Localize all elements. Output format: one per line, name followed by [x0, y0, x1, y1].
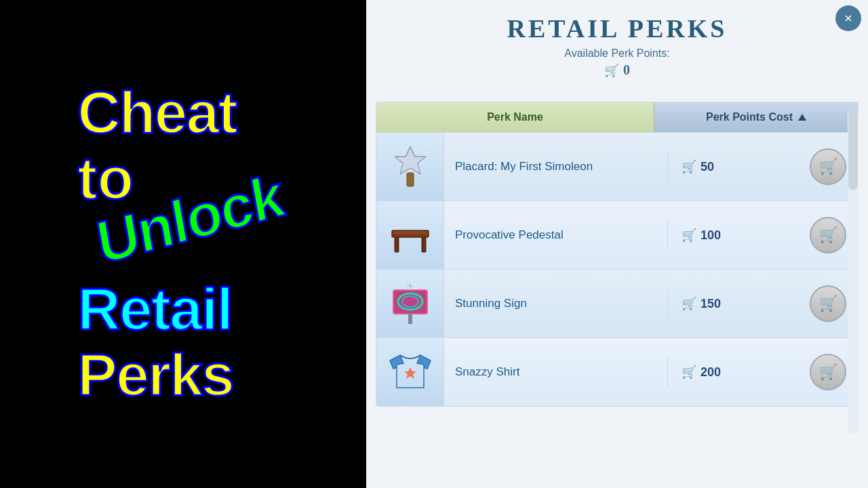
scroll-track	[848, 108, 859, 434]
sort-arrow-icon	[798, 114, 806, 121]
buy-button-3[interactable]: 🛒	[810, 285, 846, 322]
panel-title: Retail Perks	[366, 14, 868, 43]
table-row: Provocative Pedestal 🛒 100 🛒	[376, 201, 858, 269]
buy-cart-icon-2: 🛒	[819, 226, 837, 244]
cart-icon-2: 🛒	[682, 228, 696, 243]
svg-text:✦: ✦	[393, 147, 399, 155]
close-button[interactable]: ×	[835, 5, 861, 31]
perk-name-4: Snazzy Shirt	[444, 357, 668, 387]
perk-name-3: Stunning Sign	[444, 289, 668, 319]
buy-button-2[interactable]: 🛒	[810, 217, 846, 253]
cart-icon-3: 🛒	[682, 296, 696, 311]
svg-rect-13	[408, 314, 412, 324]
cart-icon-header: 🛒	[604, 63, 619, 78]
cart-icon-4: 🛒	[682, 365, 696, 380]
perk-icon-cell-1: ✦ ✦ ✦	[376, 133, 444, 201]
scroll-thumb[interactable]	[848, 108, 858, 190]
perk-cost-1: 🛒 50	[668, 159, 804, 174]
svg-text:✦: ✦	[422, 146, 427, 152]
perk-icon-3	[387, 280, 434, 327]
right-panel: × Retail Perks Available Perk Points: 🛒 …	[366, 0, 868, 488]
buy-button-4[interactable]: 🛒	[810, 354, 846, 390]
text-block: Cheat to Unlock Retail Perks	[64, 66, 302, 422]
col-name-header[interactable]: Perk Name	[376, 102, 654, 132]
svg-line-15	[407, 285, 414, 287]
svg-rect-9	[393, 231, 427, 234]
perk-cost-3: 🛒 150	[668, 296, 804, 311]
left-panel: Cheat to Unlock Retail Perks	[0, 0, 366, 488]
perk-name-1: Placard: My First Simoleon	[444, 152, 668, 182]
perk-points-row: 🛒 0	[366, 62, 868, 78]
close-icon: ×	[844, 11, 853, 26]
cheat-text: Cheat	[77, 80, 288, 146]
available-label: Available Perk Points:	[366, 47, 868, 60]
panel-header: Retail Perks Available Perk Points: 🛒 0	[366, 0, 868, 81]
perk-icon-4	[387, 348, 434, 396]
table-row: Snazzy Shirt 🛒 200 🛒	[376, 338, 858, 406]
perk-cost-2: 🛒 100	[668, 228, 804, 243]
perk-name-2: Provocative Pedestal	[444, 220, 668, 250]
perk-cost-4: 🛒 200	[668, 365, 804, 380]
buy-button-1[interactable]: 🛒	[810, 148, 846, 185]
svg-text:✦: ✦	[392, 163, 396, 168]
table-row: Stunning Sign 🛒 150 🛒	[376, 269, 858, 338]
buy-cart-icon-4: 🛒	[819, 363, 837, 381]
svg-rect-8	[422, 237, 426, 252]
perk-icon-cell-2	[376, 201, 444, 269]
perk-points-value: 0	[623, 62, 630, 78]
perks-table: Perk Name Perk Points Cost ✦	[376, 102, 859, 407]
buy-cart-icon-3: 🛒	[819, 295, 837, 312]
buy-cart-icon-1: 🛒	[819, 158, 837, 176]
cart-icon-1: 🛒	[682, 159, 696, 174]
col-cost-header[interactable]: Perk Points Cost	[654, 102, 858, 132]
perks-text: Perks	[77, 342, 288, 408]
table-body: ✦ ✦ ✦ Placard: My First Simoleon 🛒 50 🛒	[376, 132, 858, 406]
svg-rect-7	[395, 237, 399, 252]
col-cost-label: Perk Points Cost	[706, 111, 793, 123]
perk-icon-cell-4	[376, 338, 444, 406]
table-header: Perk Name Perk Points Cost	[376, 102, 858, 132]
perk-icon-1: ✦ ✦ ✦	[387, 143, 434, 190]
table-row: ✦ ✦ ✦ Placard: My First Simoleon 🛒 50 🛒	[376, 132, 858, 201]
perk-icon-cell-3	[376, 270, 444, 338]
retail-text: Retail	[77, 277, 288, 342]
svg-rect-2	[407, 173, 414, 186]
perk-icon-2	[387, 211, 434, 259]
svg-marker-17	[404, 367, 416, 379]
